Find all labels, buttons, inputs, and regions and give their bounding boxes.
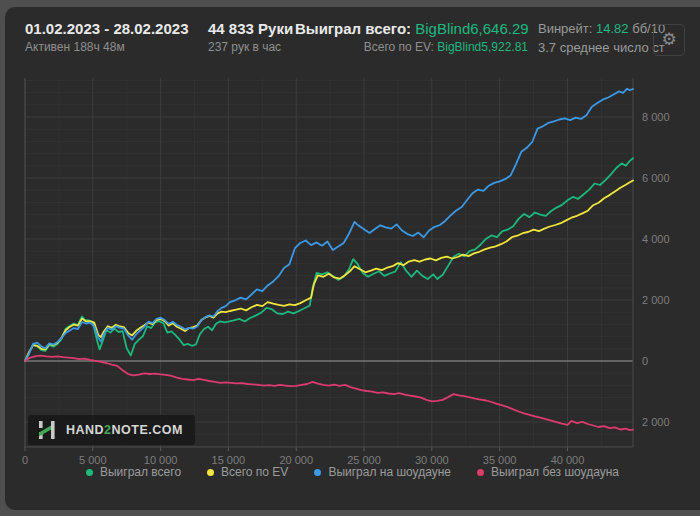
hand2note-watermark: HAND2NOTE.COM: [28, 415, 195, 445]
legend-dot-0: [86, 469, 93, 476]
logo-text-3: NOTE.COM: [112, 423, 183, 437]
ev-total-value: BigBlind5,922.81: [437, 40, 528, 54]
won-total-value: BigBlind6,646.29: [415, 20, 528, 37]
hand2note-logo-text: HAND2NOTE.COM: [66, 423, 183, 437]
won-total-line: Выиграл всего: BigBlind6,646.29: [295, 19, 528, 39]
y-axis-label: 6 000: [642, 172, 670, 184]
hands-count: 44 833 Руки: [208, 19, 293, 39]
series-line-0: [25, 158, 633, 361]
hand2note-report-window: { "header": { "date_range": "01.02.2023 …: [0, 0, 700, 516]
date-range: 01.02.2023 - 28.02.2023: [25, 19, 188, 39]
report-header: 01.02.2023 - 28.02.2023 Активен 188ч 48м…: [5, 7, 700, 67]
legend-item-0[interactable]: Выиграл всего: [86, 465, 181, 479]
winrate-label: Винрейт:: [538, 21, 592, 36]
y-axis-label: 2 000: [642, 294, 670, 306]
settings-button[interactable]: ⚙: [653, 24, 685, 56]
ev-total-line: Всего по EV: BigBlind5,922.81: [295, 39, 528, 56]
winnings-graph[interactable]: 05 00010 00015 00020 00025 00030 00035 0…: [5, 67, 700, 467]
y-axis-label: 4 000: [642, 233, 670, 245]
hand2note-logo-icon: [36, 419, 58, 441]
legend-dot-2: [314, 469, 321, 476]
legend-dot-1: [207, 469, 214, 476]
legend-item-3[interactable]: Выиграл без шоудауна: [477, 465, 619, 479]
active-time: Активен 188ч 48м: [25, 39, 188, 56]
date-range-block: 01.02.2023 - 28.02.2023 Активен 188ч 48м: [25, 19, 188, 56]
chart-legend: Выиграл всегоВсего по EVВыиграл на шоуда…: [5, 465, 700, 479]
legend-label-0: Выиграл всего: [100, 465, 181, 479]
ev-total-label: Всего по EV:: [364, 40, 434, 54]
won-total-label: Выиграл всего:: [295, 20, 411, 37]
winrate-value: 14.82: [596, 21, 629, 36]
hands-per-hour: 237 рук в час: [208, 39, 293, 56]
y-axis-label: 8 000: [642, 111, 670, 123]
report-panel: 01.02.2023 - 28.02.2023 Активен 188ч 48м…: [5, 7, 700, 510]
legend-label-3: Выиграл без шоудауна: [491, 465, 619, 479]
logo-text-1: HAND: [66, 423, 104, 437]
legend-item-2[interactable]: Выиграл на шоудауне: [314, 465, 451, 479]
legend-item-1[interactable]: Всего по EV: [207, 465, 288, 479]
legend-dot-3: [477, 469, 484, 476]
y-axis-label: 0: [642, 355, 648, 367]
winnings-block: Выиграл всего: BigBlind6,646.29 Всего по…: [295, 19, 528, 56]
gear-icon: ⚙: [661, 30, 676, 49]
chart-area: 05 00010 00015 00020 00025 00030 00035 0…: [5, 67, 700, 467]
hands-block: 44 833 Руки 237 рук в час: [208, 19, 293, 56]
legend-label-2: Выиграл на шоудауне: [328, 465, 451, 479]
legend-label-1: Всего по EV: [221, 465, 288, 479]
logo-text-2: 2: [104, 423, 111, 437]
series-line-1: [25, 180, 633, 361]
y-axis-label: 2 000: [642, 416, 670, 428]
